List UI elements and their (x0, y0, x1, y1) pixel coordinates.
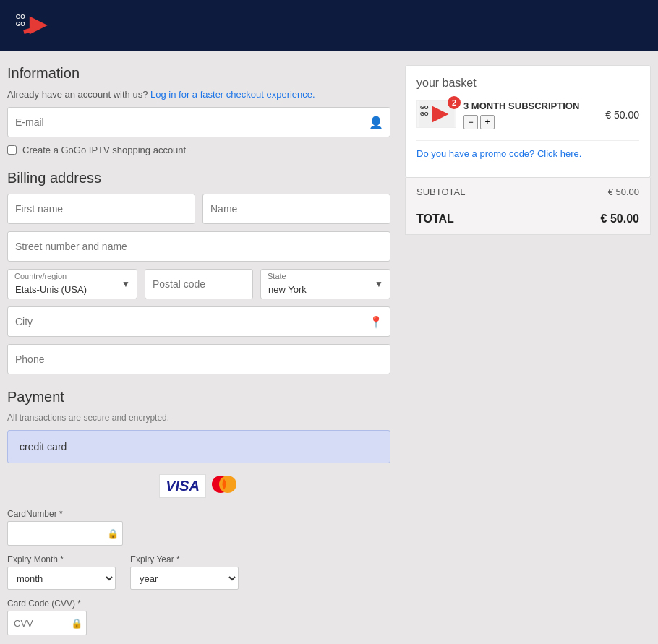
card-lock-icon: 🔒 (107, 528, 119, 539)
totals-section: SUBTOTAL € 50.00 TOTAL € 50.00 (405, 178, 651, 235)
country-label: Country/region (14, 272, 67, 280)
billing-title: Billing address (7, 170, 390, 186)
credit-card-label: credit card (20, 441, 67, 452)
total-row: TOTAL € 50.00 (416, 212, 639, 226)
total-label: TOTAL (416, 212, 454, 226)
credit-card-tab[interactable]: credit card (7, 430, 390, 463)
basket-card: your basket GO GO 2 3 MONTH SUBSCRIPTION (405, 65, 651, 178)
street-field[interactable] (7, 231, 390, 262)
total-value: € 50.00 (601, 212, 639, 226)
postal-field[interactable] (145, 269, 253, 299)
basket-item-price: € 50.00 (605, 109, 639, 121)
basket-title: your basket (416, 77, 639, 90)
info-section: Information Already have an account with… (7, 65, 390, 155)
expiry-year-select[interactable]: year 2024202520262027 2028202920302031 2… (130, 567, 239, 590)
basket-item-info: 3 MONTH SUBSCRIPTION − + (463, 100, 598, 129)
city-wrapper: 📍 (7, 306, 390, 337)
country-wrapper: Country/region Etats-Unis (USA) ▼ (7, 269, 137, 299)
basket-item: GO GO 2 3 MONTH SUBSCRIPTION − + € 50.00 (416, 100, 639, 129)
create-account-checkbox[interactable] (7, 145, 17, 155)
create-account-label: Create a GoGo IPTV shopping account (22, 145, 186, 155)
login-link[interactable]: Log in for a faster checkout experience. (150, 89, 315, 100)
visa-logo: VISA (159, 474, 206, 498)
expiry-month-label: Expiry Month * (7, 554, 116, 564)
right-column: your basket GO GO 2 3 MONTH SUBSCRIPTION (405, 65, 651, 644)
basket-item-image-wrapper: GO GO 2 (416, 100, 456, 129)
logo: GO GO (14, 7, 51, 43)
phone-field[interactable] (7, 344, 390, 374)
header: GO GO (0, 0, 658, 51)
payment-section: Payment All transactions are secure and … (7, 389, 390, 635)
svg-text:GO: GO (16, 20, 25, 27)
billing-section: Billing address Country/region Etats-Uni… (7, 170, 390, 374)
mastercard-logo (210, 474, 239, 494)
expiry-year-label: Expiry Year * (130, 554, 239, 564)
email-field[interactable] (7, 107, 390, 137)
state-label: State (268, 272, 286, 280)
card-number-label: CardNumber * (7, 509, 390, 519)
quantity-badge: 2 (448, 96, 461, 109)
street-wrapper (7, 231, 390, 262)
name-row (7, 194, 390, 224)
subtotal-row: SUBTOTAL € 50.00 (416, 186, 639, 205)
svg-text:GO: GO (420, 104, 429, 111)
svg-text:GO: GO (420, 111, 429, 117)
subtotal-value: € 50.00 (608, 186, 639, 197)
expiry-month-select[interactable]: month 01020304 05060708 09101112 (7, 567, 116, 590)
subtotal-label: SUBTOTAL (416, 186, 465, 197)
promo-link[interactable]: Do you have a promo code? Click here. (416, 140, 639, 166)
cvv-wrapper: Card Code (CVV) * 🔒 (7, 598, 390, 635)
city-field[interactable] (7, 306, 390, 337)
qty-controls: − + (463, 115, 598, 129)
svg-point-5 (219, 476, 236, 493)
create-account-row: Create a GoGo IPTV shopping account (7, 145, 390, 155)
cvv-label: Card Code (CVV) * (7, 598, 390, 609)
payment-secure-text: All transactions are secure and encrypte… (7, 413, 390, 423)
location-icon: 📍 (369, 315, 383, 329)
qty-increase-button[interactable]: + (480, 115, 495, 129)
card-number-wrapper: CardNumber * 🔒 (7, 509, 390, 546)
main-container: Information Already have an account with… (0, 51, 658, 644)
last-name-field[interactable] (202, 194, 390, 224)
person-icon: 👤 (369, 116, 383, 129)
login-prompt: Already have an account with us? Log in … (7, 89, 390, 100)
left-column: Information Already have an account with… (7, 65, 405, 644)
expiry-month-col: Expiry Month * month 01020304 05060708 0… (7, 554, 116, 590)
logo-icon: GO GO (14, 7, 51, 43)
phone-wrapper (7, 344, 390, 374)
expiry-year-col: Expiry Year * year 2024202520262027 2028… (130, 554, 239, 590)
cvv-lock-icon: 🔒 (71, 618, 82, 629)
state-wrapper: State new York ▼ (260, 269, 390, 299)
svg-text:GO: GO (16, 13, 25, 20)
payment-title: Payment (7, 389, 390, 405)
email-wrapper: 👤 (7, 107, 390, 137)
first-name-field[interactable] (7, 194, 195, 224)
postal-wrapper (145, 269, 253, 299)
qty-decrease-button[interactable]: − (463, 115, 478, 129)
card-number-field[interactable] (7, 521, 123, 546)
region-row: Country/region Etats-Unis (USA) ▼ State … (7, 269, 390, 299)
expiry-row: Expiry Month * month 01020304 05060708 0… (7, 554, 390, 590)
info-title: Information (7, 65, 390, 82)
card-logos: VISA (7, 474, 390, 498)
basket-item-name: 3 MONTH SUBSCRIPTION (463, 100, 598, 111)
